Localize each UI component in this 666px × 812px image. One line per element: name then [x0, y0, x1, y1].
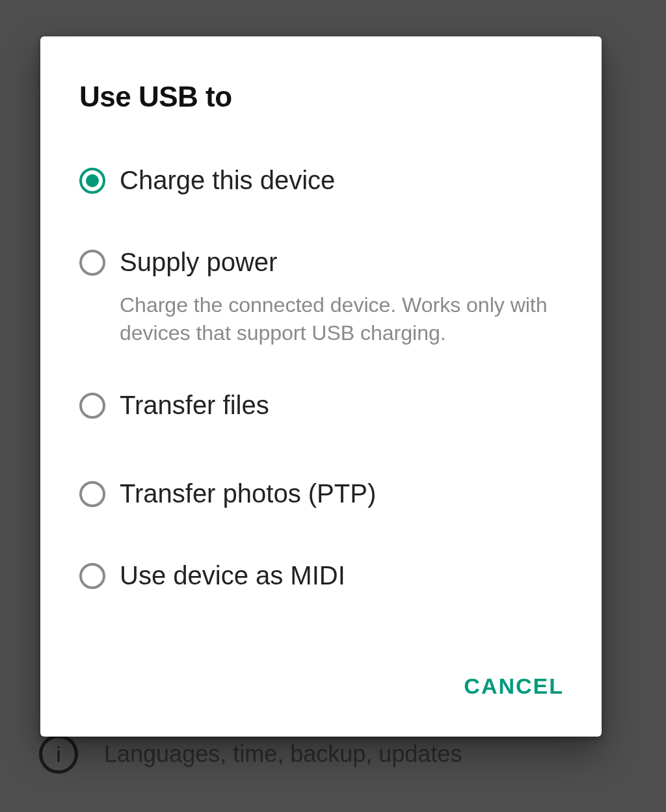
dialog-title: Use USB to	[40, 36, 602, 139]
option-description: Charge the connected device. Works only …	[120, 291, 563, 347]
option-label: Use device as MIDI	[120, 560, 563, 590]
radio-icon	[79, 481, 105, 507]
option-supply-power[interactable]: Supply power Charge the connected device…	[40, 221, 602, 373]
radio-icon	[79, 393, 105, 419]
usb-options-dialog: Use USB to Charge this device Supply pow…	[40, 36, 602, 737]
cancel-button[interactable]: CANCEL	[455, 662, 573, 711]
options-list: Charge this device Supply power Charge t…	[40, 139, 602, 662]
option-label: Transfer photos (PTP)	[120, 478, 563, 508]
option-label: Supply power	[120, 247, 563, 277]
option-use-as-midi[interactable]: Use device as MIDI	[40, 534, 602, 616]
radio-icon	[79, 563, 105, 589]
option-label: Transfer files	[120, 390, 563, 420]
dialog-actions: CANCEL	[40, 662, 602, 737]
radio-icon	[79, 168, 105, 194]
option-transfer-photos[interactable]: Transfer photos (PTP)	[40, 452, 602, 534]
option-transfer-files[interactable]: Transfer files	[40, 373, 602, 452]
option-charge-this-device[interactable]: Charge this device	[40, 139, 602, 221]
option-label: Charge this device	[120, 165, 563, 195]
radio-icon	[79, 250, 105, 276]
